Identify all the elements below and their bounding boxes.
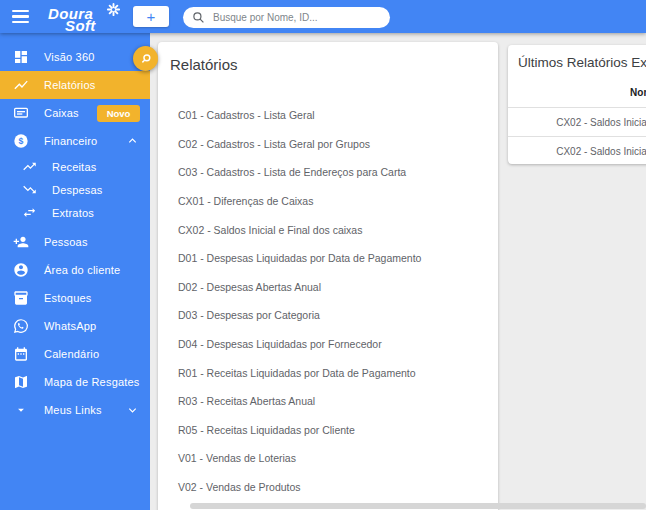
report-list-item[interactable]: CX01 - Diferenças de Caixas <box>158 187 498 216</box>
sidebar-item-label: Relatórios <box>44 79 96 91</box>
dashboard-icon <box>12 49 29 66</box>
trending-up-icon <box>22 159 37 174</box>
recent-exports-title: Últimos Relatórios Exportados <box>508 45 646 70</box>
search-icon <box>192 11 205 24</box>
sidebar-item-label: Pessoas <box>44 236 88 248</box>
report-list-item[interactable]: C03 - Cadastros - Lista de Endereços par… <box>158 158 498 187</box>
add-button[interactable]: + <box>133 6 169 27</box>
sidebar-item-extratos[interactable]: Extratos <box>0 201 150 224</box>
sidebar-item-financeiro[interactable]: $ Financeiro <box>0 127 150 155</box>
sidebar-item-label: Meus Links <box>44 404 102 416</box>
report-list-item[interactable]: R01 - Receitas Liquidadas por Data de Pa… <box>158 358 498 387</box>
search-fab-button[interactable] <box>133 46 158 71</box>
sidebar-item-whatsapp[interactable]: WhatsApp <box>0 312 150 340</box>
report-list-item[interactable]: D01 - Despesas Liquidadas por Data de Pa… <box>158 244 498 273</box>
report-list-item[interactable]: D04 - Despesas Liquidadas por Fornecedor <box>158 330 498 359</box>
sidebar: Visão 360 Relatórios Caixas Novo <box>0 33 150 510</box>
report-list-item[interactable]: D03 - Despesas por Categoria <box>158 301 498 330</box>
report-list-item[interactable]: V02 - Vendas de Produtos <box>158 473 498 502</box>
reports-panel: Relatórios C01 - Cadastros - Lista Geral… <box>158 42 498 510</box>
search-bar[interactable] <box>183 7 390 28</box>
calendar-icon <box>12 346 29 363</box>
report-list-item[interactable]: D02 - Despesas Abertas Anual <box>158 273 498 302</box>
swap-arrows-icon <box>22 205 37 220</box>
report-list-item[interactable]: V01 - Vendas de Loterias <box>158 444 498 473</box>
svg-text:$: $ <box>18 136 23 146</box>
sidebar-item-label: Financeiro <box>44 135 97 147</box>
logo-text-bottom: Soft <box>65 17 96 34</box>
sidebar-item-pessoas[interactable]: Pessoas <box>0 228 150 256</box>
report-list-item[interactable]: CX02 - Saldos Inicial e Final dos caixas <box>158 215 498 244</box>
sidebar-item-label: Mapa de Resgates <box>44 376 140 388</box>
sidebar-item-area-do-cliente[interactable]: Área do cliente <box>0 256 150 284</box>
sidebar-item-label: Calendário <box>44 348 99 360</box>
sidebar-item-relatorios[interactable]: Relatórios <box>0 71 150 99</box>
report-list-item[interactable]: C01 - Cadastros - Lista Geral <box>158 101 498 130</box>
horizontal-scrollbar[interactable] <box>190 503 646 509</box>
recent-export-row[interactable]: CX02 - Saldos Inicial e Final dos caixas <box>508 137 646 164</box>
sidebar-item-label: Visão 360 <box>44 51 95 63</box>
sidebar-item-estoques[interactable]: Estoques <box>0 284 150 312</box>
sidebar-item-label: Caixas <box>44 107 79 119</box>
app-screen: Doura Soft + <box>0 0 646 510</box>
report-list-item[interactable]: C02 - Cadastros - Lista Geral por Grupos <box>158 130 498 159</box>
reports-panel-title: Relatórios <box>158 42 498 73</box>
person-add-icon <box>12 234 29 251</box>
sidebar-item-mapa-de-resgates[interactable]: Mapa de Resgates <box>0 368 150 396</box>
sidebar-item-label: Receitas <box>52 161 96 173</box>
dourasoft-logo[interactable]: Doura Soft <box>46 2 130 32</box>
map-icon <box>12 374 29 391</box>
caret-down-icon <box>12 402 29 419</box>
cash-register-icon <box>12 105 29 122</box>
hamburger-menu-icon[interactable] <box>12 10 29 23</box>
recent-export-row[interactable]: CX02 - Saldos Inicial e Final dos caixas <box>508 108 646 137</box>
sidebar-item-despesas[interactable]: Despesas <box>0 178 150 201</box>
sidebar-item-label: Extratos <box>52 207 94 219</box>
sidebar-item-caixas[interactable]: Caixas Novo <box>0 99 150 127</box>
search-icon <box>139 52 153 66</box>
report-list-item[interactable]: R05 - Receitas Liquidadas por Cliente <box>158 416 498 445</box>
sidebar-item-label: WhatsApp <box>44 320 96 332</box>
line-chart-icon <box>12 77 29 94</box>
whatsapp-icon <box>12 318 29 335</box>
chevron-up-icon <box>127 136 138 147</box>
star-icon <box>106 2 121 17</box>
search-input[interactable] <box>211 11 375 24</box>
top-bar: Doura Soft + <box>0 0 646 33</box>
sidebar-item-label: Estoques <box>44 292 91 304</box>
account-circle-icon <box>12 262 29 279</box>
recent-exports-panel: Últimos Relatórios Exportados Nome CX02 … <box>508 45 646 164</box>
dollar-circle-icon: $ <box>12 133 29 150</box>
trending-down-icon <box>22 182 37 197</box>
sidebar-item-visao-360[interactable]: Visão 360 <box>0 43 150 71</box>
report-list: C01 - Cadastros - Lista Geral C02 - Cada… <box>158 101 498 501</box>
inventory-icon <box>12 290 29 307</box>
sidebar-item-label: Despesas <box>52 184 103 196</box>
novo-badge: Novo <box>97 105 140 122</box>
sidebar-item-receitas[interactable]: Receitas <box>0 155 150 178</box>
sidebar-item-meus-links[interactable]: Meus Links <box>0 396 150 424</box>
chevron-down-icon <box>127 405 138 416</box>
recent-exports-column-header: Nome <box>508 78 646 108</box>
sidebar-item-label: Área do cliente <box>44 264 120 276</box>
report-list-item[interactable]: R03 - Receitas Abertas Anual <box>158 387 498 416</box>
sidebar-item-calendario[interactable]: Calendário <box>0 340 150 368</box>
